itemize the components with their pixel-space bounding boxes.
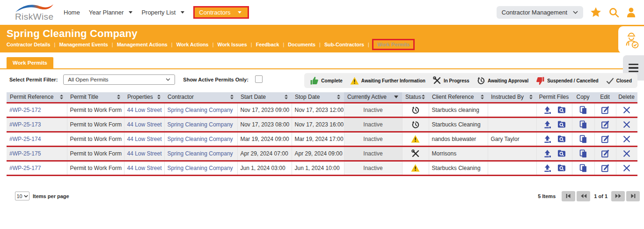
copy-permit-button[interactable]: [579, 149, 587, 158]
edit-permit-button[interactable]: [601, 149, 609, 158]
property-link[interactable]: 44 Low Street: [127, 165, 162, 171]
contractor-tab-documents[interactable]: Documents: [288, 42, 315, 47]
column-label: Properties: [127, 94, 153, 100]
delete-permit-button[interactable]: [623, 164, 630, 172]
delete-permit-button[interactable]: [623, 121, 630, 128]
contractor-tab-feedback[interactable]: Feedback: [256, 42, 279, 47]
nav-item-home[interactable]: Home: [64, 9, 80, 16]
upload-permit-file-button[interactable]: [543, 120, 552, 129]
contractor-link[interactable]: Spring Cleaning Company: [168, 150, 233, 157]
contractor-header-band: Spring Cleaning Company Contractor Detai…: [0, 25, 644, 52]
view-permit-files-button[interactable]: [557, 106, 566, 114]
tab-work-permits[interactable]: Work Permits: [7, 57, 53, 68]
delete-permit-button[interactable]: [623, 135, 630, 143]
items-count: 5 Items: [538, 193, 556, 199]
permit-title: Permit to Work Form: [70, 165, 122, 171]
contractor-link[interactable]: Spring Cleaning Company: [168, 121, 233, 128]
favorites-star-icon[interactable]: [590, 7, 602, 18]
nav-item-property-list[interactable]: Property List: [141, 9, 184, 16]
contractor-tab-sub-contractors[interactable]: Sub-Contractors: [324, 42, 364, 47]
contractor-link[interactable]: Spring Cleaning Company: [168, 107, 233, 113]
table-footer: 10 Items per page 5 Items 1 of 1: [0, 191, 644, 201]
copy-permit-button[interactable]: [579, 164, 587, 172]
column-label: Edit: [600, 94, 610, 100]
property-link[interactable]: 44 Low Street: [127, 150, 162, 157]
column-header-start-date[interactable]: Start Date: [237, 92, 292, 103]
sort-icon: [117, 95, 120, 99]
page-size-select[interactable]: 10: [15, 192, 29, 200]
tab-separator: |: [368, 42, 369, 47]
column-header-properties[interactable]: Properties: [124, 92, 164, 103]
first-page-button[interactable]: [562, 191, 575, 201]
contractor-link[interactable]: Spring Cleaning Company: [168, 165, 233, 171]
riskwise-logo[interactable]: RiskWise: [15, 3, 54, 22]
start-date: Nov 17, 2023 08:00: [241, 121, 290, 128]
nav-item-label: Contractors: [199, 9, 230, 16]
contractor-tab-contractor-details[interactable]: Contractor Details: [7, 42, 51, 47]
column-header-client-reference[interactable]: Client Reference: [429, 92, 488, 103]
upload-permit-file-button[interactable]: [543, 164, 552, 172]
upload-permit-file-button[interactable]: [543, 135, 552, 143]
nav-item-year-planner[interactable]: Year Planner: [89, 9, 133, 16]
client-reference: Morrisons: [432, 150, 457, 157]
permit-reference-link[interactable]: #WP-25-174: [9, 136, 41, 142]
contractor-link[interactable]: Spring Cleaning Company: [168, 136, 233, 142]
module-select-value: Contractor Management: [502, 9, 567, 16]
delete-permit-button[interactable]: [623, 106, 630, 114]
upload-permit-file-button[interactable]: [543, 149, 552, 158]
view-permit-files-button[interactable]: [557, 120, 566, 128]
contractor-tab-work-permits[interactable]: Work Permits: [372, 39, 415, 50]
client-reference: Starbucks Cleaning: [432, 165, 481, 171]
permit-reference-link[interactable]: #WP-25-172: [9, 107, 41, 113]
permit-reference-link[interactable]: #WP-25-175: [9, 150, 41, 157]
view-permit-files-button[interactable]: [557, 164, 566, 172]
property-link[interactable]: 44 Low Street: [127, 136, 162, 142]
column-header-stop-date[interactable]: Stop Date: [292, 92, 344, 103]
copy-permit-button[interactable]: [579, 120, 587, 129]
show-active-only-checkbox[interactable]: [255, 75, 263, 83]
view-permit-files-button[interactable]: [557, 149, 566, 157]
column-header-copy: Copy: [572, 92, 594, 103]
top-navbar: RiskWise HomeYear PlannerProperty ListCo…: [0, 0, 644, 25]
last-page-button[interactable]: [626, 191, 640, 201]
view-permit-files-button[interactable]: [557, 135, 566, 143]
status-legend: CompleteAwaiting Further InformationIn P…: [304, 73, 637, 88]
user-icon[interactable]: [626, 7, 637, 18]
upload-permit-file-button[interactable]: [543, 106, 552, 114]
edit-permit-button[interactable]: [601, 135, 609, 143]
property-link[interactable]: 44 Low Street: [127, 107, 162, 113]
edit-permit-button[interactable]: [601, 164, 609, 172]
tab-separator: |: [54, 42, 56, 47]
copy-permit-button[interactable]: [579, 106, 587, 114]
column-header-permit-title[interactable]: Permit Title: [67, 92, 124, 103]
edit-permit-button[interactable]: [601, 106, 609, 114]
previous-page-button[interactable]: [577, 191, 590, 201]
edit-permit-button[interactable]: [601, 120, 609, 129]
contractor-tab-work-issues[interactable]: Work Issues: [217, 42, 247, 47]
nav-item-contractors[interactable]: Contractors: [193, 6, 249, 19]
column-header-currently-active[interactable]: Currently Active: [344, 92, 402, 103]
contractor-tab-management-actions[interactable]: Management Actions: [117, 42, 168, 47]
column-header-contractor[interactable]: Contractor: [164, 92, 237, 103]
property-link[interactable]: 44 Low Street: [127, 121, 162, 128]
permit-filter-select[interactable]: All Open Permits: [63, 74, 175, 85]
pagination: 5 Items 1 of 1: [538, 191, 640, 201]
permit-reference-link[interactable]: #WP-25-177: [9, 165, 41, 171]
permit-reference-link[interactable]: #WP-25-173: [9, 121, 41, 128]
sort-icon: [481, 95, 484, 99]
column-header-permit-reference[interactable]: Permit Reference: [7, 92, 67, 103]
start-date: Mar 19, 2024 09:00: [241, 136, 289, 142]
delete-permit-button[interactable]: [623, 150, 630, 157]
contractor-tab-work-actions[interactable]: Work Actions: [176, 42, 209, 47]
legend-item-thumbs-down: Suspended / Cancelled: [536, 76, 598, 85]
thumbs-up-icon: [310, 76, 319, 85]
next-page-button[interactable]: [611, 191, 625, 201]
module-select[interactable]: Contractor Management: [497, 6, 583, 19]
copy-permit-button[interactable]: [579, 135, 587, 143]
contractor-tab-management-events[interactable]: Management Events: [59, 42, 108, 47]
column-header-status[interactable]: Status: [402, 92, 429, 103]
contractor-quick-action-card[interactable]: [618, 26, 644, 53]
column-label: Permit Title: [70, 94, 98, 100]
search-icon[interactable]: [608, 7, 619, 18]
column-header-instructed-by[interactable]: Instructed By: [488, 92, 536, 103]
